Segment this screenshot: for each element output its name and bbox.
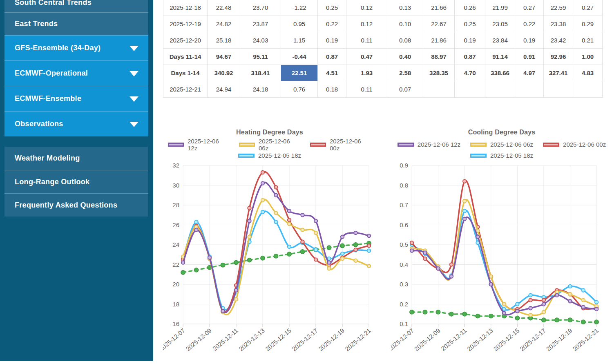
- table-cell: 1.00: [573, 49, 603, 65]
- data-point: [274, 254, 278, 258]
- table-row: 2025-12-1924.8223.870.950.220.120.1022.6…: [163, 16, 603, 32]
- table-cell: 23.38: [544, 16, 573, 32]
- data-point: [568, 318, 572, 322]
- data-point: [261, 181, 264, 185]
- data-point: [568, 285, 572, 288]
- table-cell: 0.87: [455, 49, 485, 65]
- data-point: [221, 263, 225, 267]
- sidebar-item-ecmwf-operational[interactable]: ECMWF-Operational: [4, 60, 148, 86]
- data-point: [529, 313, 532, 317]
- table-cell: [573, 81, 603, 98]
- sidebar-item-south-central-trends[interactable]: South Central Trends: [4, 0, 148, 12]
- data-point: [235, 297, 238, 301]
- row-label-cell: Days 1-14: [163, 65, 208, 81]
- data-point: [367, 244, 371, 247]
- table-cell: 1.15: [281, 32, 318, 49]
- sidebar-item-gfs-ensemble-34-day[interactable]: GFS-Ensemble (34-Day): [4, 35, 148, 60]
- table-cell: [423, 81, 455, 98]
- series-line-2025-12-06-00z: [183, 172, 369, 312]
- data-point: [341, 252, 344, 255]
- data-point: [450, 263, 453, 266]
- data-point: [300, 250, 304, 254]
- table-cell: 22.48: [208, 0, 240, 16]
- data-point: [516, 302, 519, 306]
- sidebar-item-label: Weather Modeling: [15, 154, 80, 163]
- legend-item-2025-12-06-00z[interactable]: 2025-12-06 00z: [310, 138, 371, 152]
- data-point: [489, 314, 493, 318]
- sidebar-item-weather-modeling[interactable]: Weather Modeling: [4, 147, 148, 170]
- svg-text:26: 26: [172, 221, 179, 228]
- svg-text:2025-12-09: 2025-12-09: [413, 327, 442, 352]
- data-point: [423, 257, 427, 260]
- data-point: [410, 249, 413, 252]
- legend-item-2025-12-06-06z[interactable]: 2025-12-06 06z: [470, 141, 533, 148]
- legend-item-2025-12-05-18z[interactable]: 2025-12-05 18z: [470, 152, 533, 159]
- data-point: [314, 219, 317, 223]
- data-point: [234, 260, 238, 264]
- data-point: [542, 302, 545, 306]
- row-label-cell: 2025-12-19: [163, 16, 208, 32]
- table-cell: 21.66: [423, 0, 455, 16]
- row-label-cell: 2025-12-18: [163, 0, 208, 16]
- svg-text:28: 28: [172, 201, 179, 208]
- data-point: [489, 275, 493, 278]
- chart-legend-row: 2025-12-05 18z: [391, 150, 612, 161]
- chart-legend-row: 2025-12-06 12z2025-12-06 06z2025-12-06 0…: [163, 139, 376, 150]
- svg-text:2025-12-09: 2025-12-09: [184, 327, 213, 352]
- sidebar-item-frequently-asked-questions[interactable]: Frequently Asked Questions: [4, 193, 148, 217]
- legend-swatch-icon: [470, 154, 487, 158]
- sidebar-item-label: ECMWF-Operational: [15, 69, 88, 78]
- data-point: [287, 252, 291, 256]
- table-cell: 24.03: [240, 32, 281, 49]
- table-cell: 0.10: [387, 16, 423, 32]
- data-point: [555, 293, 558, 297]
- table-cell: 0.19: [515, 32, 544, 49]
- forecast-table: 2025-12-1822.4823.70-1.220.250.120.1321.…: [163, 0, 603, 98]
- table-cell: 338.66: [485, 65, 515, 81]
- highlighted-cell: 22.51: [281, 65, 318, 81]
- sidebar-item-label: Observations: [15, 120, 63, 128]
- svg-text:0.2: 0.2: [400, 301, 408, 308]
- legend-item-2025-12-06-00z[interactable]: 2025-12-06 00z: [543, 141, 606, 148]
- legend-item-2025-12-06-12z[interactable]: 2025-12-06 12z: [168, 138, 229, 152]
- data-point: [274, 194, 277, 197]
- table-cell: 0.11: [346, 81, 387, 98]
- sidebar-item-ecmwf-ensemble[interactable]: ECMWF-Ensemble: [4, 86, 148, 111]
- chart-plot-area: 0.10.20.30.40.50.60.70.80.92025-12-07202…: [391, 161, 612, 355]
- legend-label: 2025-12-06 00z: [563, 141, 606, 148]
- legend-label: 2025-12-06 06z: [259, 138, 300, 152]
- data-point: [248, 219, 251, 223]
- data-point: [516, 309, 519, 313]
- data-point: [476, 314, 480, 318]
- table-cell: 91.14: [485, 49, 515, 65]
- table-cell: [485, 81, 515, 98]
- table-cell: 0.13: [387, 0, 423, 16]
- data-point: [367, 264, 371, 268]
- data-point: [367, 249, 371, 252]
- data-point: [503, 302, 506, 306]
- sidebar-item-east-trends[interactable]: East Trends: [4, 12, 148, 35]
- data-point: [423, 251, 427, 254]
- data-point: [208, 256, 211, 259]
- table-cell: 0.76: [281, 81, 318, 98]
- table-cell: 0.27: [515, 0, 544, 16]
- data-point: [288, 209, 291, 212]
- data-point: [340, 243, 344, 248]
- data-point: [594, 320, 599, 324]
- table-cell: 0.95: [281, 16, 318, 32]
- data-point: [288, 222, 291, 226]
- legend-swatch-icon: [470, 143, 487, 147]
- sidebar-item-long-range-outlook[interactable]: Long-Range Outlook: [4, 170, 148, 193]
- legend-item-2025-12-06-06z[interactable]: 2025-12-06 06z: [239, 138, 300, 152]
- chevron-down-icon: [130, 71, 138, 76]
- data-point: [555, 318, 559, 322]
- legend-item-2025-12-05-18z[interactable]: 2025-12-05 18z: [238, 152, 301, 159]
- svg-text:0.4: 0.4: [400, 261, 408, 268]
- data-point: [582, 288, 585, 292]
- sidebar-item-observations[interactable]: Observations: [4, 111, 148, 136]
- legend-item-2025-12-06-12z[interactable]: 2025-12-06 12z: [398, 141, 460, 148]
- svg-text:0.1: 0.1: [400, 320, 408, 327]
- data-point: [476, 235, 479, 238]
- table-cell: 21.99: [485, 0, 515, 16]
- table-cell: 23.84: [485, 32, 515, 49]
